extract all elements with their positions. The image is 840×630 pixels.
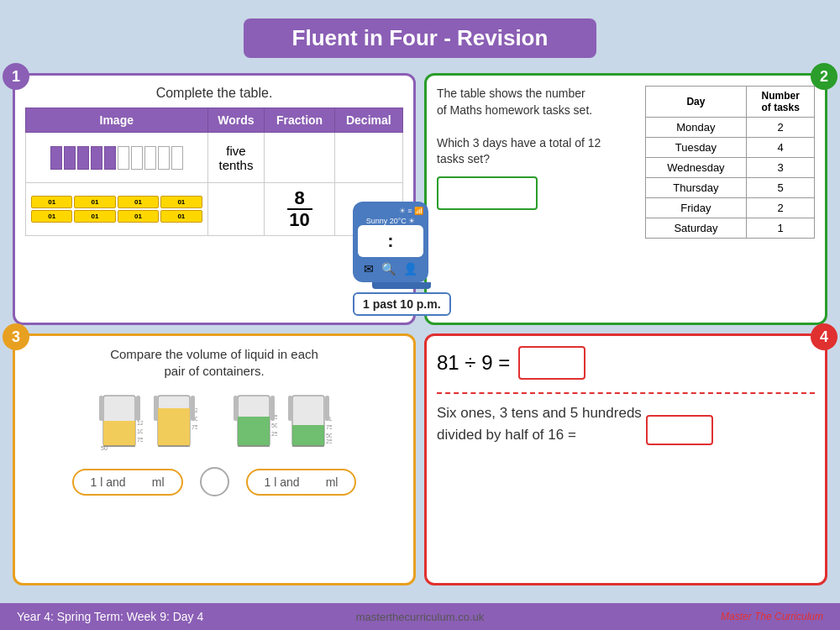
col-words: Words	[207, 108, 265, 133]
q2-q2: of Maths homework tasks set.	[437, 103, 592, 117]
svg-rect-9	[136, 396, 140, 421]
days-row-monday: Monday 2	[645, 118, 815, 138]
table-row-2: 01 01 01 01 01 01 01 01 8	[26, 183, 403, 236]
q2-q3: Which 3 days have a total of 12	[437, 136, 601, 150]
badge-3: 3	[3, 323, 29, 350]
row2-image: 01 01 01 01 01 01 01 01	[26, 183, 208, 236]
svg-text:500ml: 500ml	[326, 433, 332, 438]
watch-label: 1 past 10 p.m.	[353, 292, 451, 316]
day-wednesday: Wednesday	[645, 158, 747, 178]
days-row-tuesday: Tuesday 4	[645, 138, 815, 158]
watch-time: :	[361, 230, 420, 252]
answer-box-left[interactable]: 1 l and ml	[72, 469, 183, 496]
footer: Year 4: Spring Term: Week 9: Day 4 maste…	[0, 603, 840, 630]
svg-text:500 ml: 500 ml	[271, 423, 277, 428]
days-table: Day Numberof tasks Monday 2 Tuesday 4	[645, 86, 816, 239]
search-icon[interactable]: 🔍	[381, 262, 396, 276]
fraction-denominator: 10	[289, 210, 309, 230]
tasks-tuesday: 4	[747, 138, 815, 158]
q3-title: Compare the volume of liquid in eachpair…	[25, 346, 403, 379]
badge-1: 1	[3, 63, 29, 90]
q2-q4: tasks set?	[437, 152, 490, 165]
svg-rect-16	[154, 396, 158, 421]
svg-text:75: 75	[137, 437, 143, 443]
svg-rect-19	[238, 417, 270, 446]
q4-answer-box-2[interactable]	[646, 415, 713, 445]
svg-rect-11	[158, 408, 190, 446]
quadrant-4: 4 81 ÷ 9 = Six ones, 3 tens and 5 hundre…	[424, 333, 827, 585]
bar-seg-1	[50, 146, 62, 170]
footer-center: masterthecurriculum.co.uk	[356, 611, 484, 623]
watch-weather: Sunny 20°C ☀	[358, 217, 423, 225]
bar-seg-7	[131, 146, 143, 170]
bar-seg-5	[104, 146, 116, 170]
q4-equation: 81 ÷ 9 =	[437, 351, 510, 375]
day-tuesday: Tuesday	[645, 138, 747, 158]
bar-seg-9	[158, 146, 170, 170]
q1-title: Complete the table.	[25, 86, 403, 101]
cell-01-4: 01	[160, 196, 202, 208]
col-decimal: Decimal	[334, 108, 402, 133]
badge-4: 4	[811, 323, 837, 350]
mail-icon[interactable]: ✉	[364, 262, 374, 276]
tasks-monday: 2	[747, 118, 815, 138]
table-row-1: fivetenths	[26, 133, 403, 183]
tenths-bar	[29, 146, 204, 170]
watch-screen: :	[358, 225, 423, 257]
svg-text:750ml: 750ml	[326, 424, 332, 430]
watch-icons: ✉ 🔍 👤	[358, 260, 423, 277]
bar-seg-10	[171, 146, 183, 170]
q4-bottom: Six ones, 3 tens and 5 hundredsdivided b…	[437, 402, 815, 445]
days-row-wednesday: Wednesday 3	[645, 158, 815, 178]
footer-right: Master The Curriculum	[721, 611, 823, 622]
bar-seg-3	[77, 146, 89, 170]
day-monday: Monday	[645, 118, 747, 138]
row2-fraction: 8 10	[265, 183, 334, 236]
eights-grid: 01 01 01 01 01 01 01 01	[29, 194, 204, 224]
svg-text:75: 75	[192, 424, 197, 430]
svg-rect-25	[270, 396, 275, 421]
bar-seg-6	[118, 146, 129, 170]
spacer	[206, 387, 223, 459]
page-title: Fluent in Four - Revision	[260, 25, 580, 51]
tasks-wednesday: 3	[747, 158, 815, 178]
q2-right: Day Numberof tasks Monday 2 Tuesday 4	[645, 86, 816, 312]
cell-01-8: 01	[160, 210, 202, 223]
fraction-table: Image Words Fraction Decimal	[25, 108, 403, 236]
q4-answer-box[interactable]	[518, 346, 585, 380]
person-icon[interactable]: 👤	[403, 262, 417, 276]
svg-text:250 ml: 250 ml	[271, 431, 277, 437]
q4-top: 81 ÷ 9 =	[437, 346, 815, 380]
watch-status: ☀ ≡ 📶	[358, 207, 423, 215]
badge-2: 2	[811, 63, 837, 90]
circle-compare	[200, 467, 229, 496]
svg-rect-24	[234, 396, 238, 421]
days-col-tasks: Numberof tasks	[747, 87, 815, 118]
col-image: Image	[26, 108, 208, 133]
row1-decimal	[334, 133, 402, 183]
beaker-green-1: 750 ml 500 ml 250 ml	[231, 387, 277, 459]
svg-rect-17	[191, 396, 195, 421]
answer-box-right[interactable]: 1 l and ml	[246, 469, 357, 496]
day-friday: Friday	[645, 198, 747, 218]
row1-image	[26, 133, 208, 183]
answer1-prefix: 1 l and	[91, 475, 126, 489]
svg-text:125: 125	[137, 420, 143, 426]
row1-words: fivetenths	[207, 133, 265, 183]
page-header: Fluent in Four - Revision	[244, 18, 596, 58]
svg-text:100: 100	[137, 428, 143, 434]
days-row-saturday: Saturday 1	[645, 218, 815, 239]
day-saturday: Saturday	[645, 218, 747, 239]
row1-fraction	[265, 133, 334, 183]
q2-left: The table shows the number of Maths home…	[437, 86, 645, 312]
q2-question: The table shows the number of Maths home…	[437, 86, 637, 168]
answer2-suffix: ml	[326, 475, 339, 489]
q2-answer-box[interactable]	[437, 176, 538, 210]
cell-01-1: 01	[31, 196, 72, 208]
svg-rect-34	[325, 396, 329, 421]
footer-left: Year 4: Spring Term: Week 9: Day 4	[17, 610, 203, 623]
svg-rect-33	[288, 396, 292, 421]
quadrant-2: 2 The table shows the number of Maths ho…	[424, 73, 827, 325]
q2-q1: The table shows the number	[437, 87, 585, 100]
watch-base	[372, 282, 431, 289]
